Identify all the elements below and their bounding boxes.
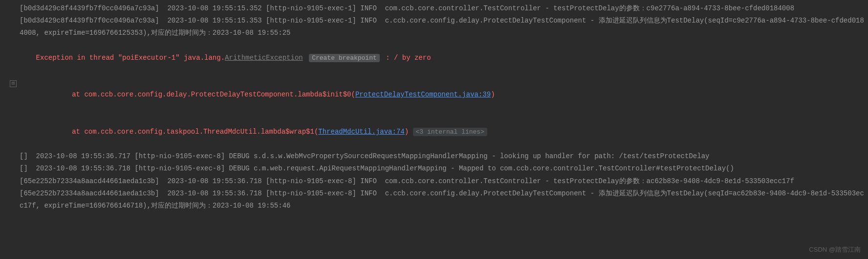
- gutter: ⊞: [10, 0, 19, 214]
- stacktrace-line: at com.ccb.core.config.delay.ProtectDela…: [20, 76, 868, 114]
- exception-class-link[interactable]: ArithmeticException: [225, 54, 303, 62]
- fold-expand-icon[interactable]: ⊞: [10, 80, 17, 87]
- log-line-info: [65e2252b72334a8aacd44661aeda1c3b] 2023-…: [20, 188, 868, 212]
- stacktrace-text: at com.ccb.core.config.taskpool.ThreadMd…: [56, 128, 319, 136]
- exception-line: Exception in thread "poiExecutor-1" java…: [20, 40, 868, 77]
- stacktrace-suffix: ): [405, 128, 409, 136]
- log-line-info: [b0d3d429c8f4439fb7f0cc0496a7c93a] 2023-…: [20, 15, 868, 39]
- exception-prefix: Exception in thread "poiExecutor-1" java…: [36, 54, 225, 62]
- log-line-debug: [] 2023-10-08 19:55:36.717 [http-nio-910…: [20, 150, 868, 163]
- stacktrace-suffix: ): [491, 91, 495, 98]
- exception-message: : / by zero: [382, 54, 431, 62]
- stacktrace-line: at com.ccb.core.config.taskpool.ThreadMd…: [20, 114, 868, 151]
- log-line-info: [b0d3d429c8f4439fb7f0cc0496a7c93a] 2023-…: [20, 2, 868, 15]
- log-line-debug: [] 2023-10-08 19:55:36.718 [http-nio-910…: [20, 163, 868, 175]
- create-breakpoint-hint[interactable]: Create breakpoint: [309, 54, 380, 62]
- source-link[interactable]: ProtectDelayTestComponent.java:39: [355, 91, 491, 98]
- folded-lines-hint[interactable]: <3 internal lines>: [413, 128, 487, 136]
- log-line-info: [65e2252b72334a8aacd44661aeda1c3b] 2023-…: [20, 175, 868, 188]
- console-output: ⊞ [b0d3d429c8f4439fb7f0cc0496a7c93a] 202…: [0, 0, 868, 214]
- source-link[interactable]: ThreadMdcUtil.java:74: [318, 128, 404, 136]
- stacktrace-text: at com.ccb.core.config.delay.ProtectDela…: [56, 91, 355, 98]
